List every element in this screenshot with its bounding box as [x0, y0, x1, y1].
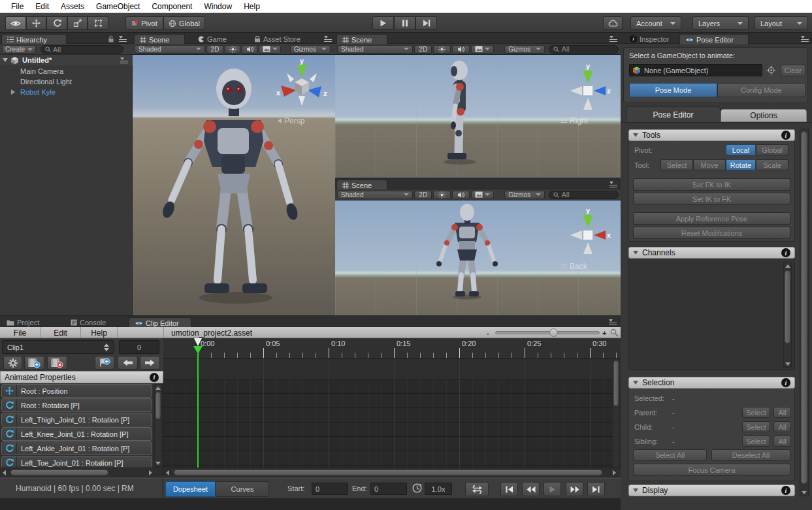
view-tool-button[interactable] [5, 16, 26, 30]
timeline-marker-strip[interactable] [163, 359, 621, 379]
timeline-ruler[interactable]: 0:00 0:05 0:10 0:15 0:20 0:25 0:30 [163, 338, 621, 359]
delete-clip-button[interactable] [47, 356, 67, 370]
view-label-back[interactable]: Back [560, 262, 587, 271]
rewind-button[interactable] [522, 482, 540, 496]
pivot-local-button[interactable]: Local [726, 144, 756, 155]
scroll-up-arrow[interactable] [784, 263, 791, 269]
tab-inspector[interactable]: i Inspector [625, 34, 678, 44]
account-dropdown[interactable]: Account [630, 16, 681, 30]
property-row[interactable]: Left_Knee_Joint_01 : Rotation [P] [1, 427, 152, 441]
rotate-tool-button[interactable] [46, 16, 67, 30]
pose-editor-scrollbar[interactable] [800, 129, 809, 496]
scene-root-row[interactable]: Untitled* [0, 55, 133, 65]
create-button[interactable]: Create [2, 45, 36, 54]
view-label-right[interactable]: Right [560, 116, 588, 125]
start-input[interactable] [316, 485, 344, 493]
add-clip-button[interactable] [24, 356, 44, 370]
focus-camera-button[interactable]: Focus Camera [633, 464, 790, 476]
lock-icon[interactable] [108, 35, 114, 42]
scene-viewport-persp[interactable]: y x z Persp [133, 55, 335, 315]
playhead-marker[interactable] [193, 346, 203, 354]
pause-button[interactable] [394, 16, 415, 30]
properties-hscrollbar[interactable] [0, 468, 163, 477]
property-row[interactable]: Left_Thigh_Joint_01 : Rotation [P] [1, 413, 152, 426]
tab-hierarchy[interactable]: Hierarchy [1, 34, 67, 44]
scroll-down-arrow[interactable] [800, 489, 808, 496]
frame-number-input[interactable] [123, 343, 155, 351]
gameobject-field[interactable]: None (GameObject) [629, 64, 762, 76]
clip-select-dropdown[interactable]: Clip1 [2, 340, 114, 354]
panel-menu-icon[interactable] [119, 36, 127, 42]
tab-pose-editor-sub[interactable]: Pose Editor [626, 106, 721, 122]
scene-menu-icon[interactable] [120, 57, 129, 63]
pivot-toggle-button[interactable]: Pivot [125, 16, 163, 30]
hierarchy-item-robot-kyle[interactable]: Robot Kyle [20, 88, 56, 96]
scrollbar-thumb[interactable] [155, 392, 161, 419]
start-field[interactable] [312, 483, 348, 495]
frame-number-field[interactable] [119, 340, 159, 354]
timeline-zoom-slider[interactable] [495, 331, 600, 334]
menu-assets[interactable]: Assets [55, 0, 90, 13]
reset-modifications-button[interactable]: Reset Modifcations [633, 227, 790, 239]
end-field[interactable] [370, 483, 407, 495]
tab-clip-editor[interactable]: Clip Editor [129, 317, 191, 328]
tab-options-sub[interactable]: Options [721, 109, 807, 122]
panel-menu-icon[interactable] [801, 36, 809, 42]
scrollbar-thumb[interactable] [10, 470, 108, 475]
go-to-end-button[interactable] [587, 482, 605, 496]
lighting-toggle[interactable] [433, 45, 451, 54]
property-row[interactable]: Root : Rotation [P] [1, 398, 152, 412]
foldout-open-icon[interactable] [3, 58, 8, 62]
magnifier-icon[interactable] [610, 328, 619, 337]
effects-dropdown[interactable] [471, 191, 494, 199]
cloud-button[interactable] [603, 16, 623, 30]
playhead-flag[interactable] [194, 338, 202, 346]
fast-forward-button[interactable] [566, 482, 583, 496]
child-select-button[interactable]: Select [742, 421, 770, 432]
hierarchy-search[interactable] [41, 45, 123, 54]
object-picker-icon[interactable] [766, 65, 776, 75]
play-animation-button[interactable] [544, 482, 561, 496]
panel-menu-icon[interactable] [609, 36, 618, 42]
tool-move-button[interactable]: Move [693, 159, 726, 170]
parent-select-button[interactable]: Select [742, 407, 770, 418]
child-all-button[interactable]: All [773, 421, 791, 432]
apply-reference-pose-button[interactable]: Apply Reference Pose [633, 212, 790, 225]
timeline-vscrollbar[interactable] [613, 359, 619, 467]
set-fk-to-ik-button[interactable]: Set FK to IK [633, 178, 790, 191]
zoom-out-minus[interactable]: - [487, 332, 489, 334]
scroll-right-arrow[interactable] [613, 470, 616, 475]
tab-scene[interactable]: Scene [336, 34, 387, 44]
gizmos-dropdown[interactable]: Gizmos [504, 45, 545, 54]
hierarchy-item-main-camera[interactable]: Main Camera [20, 67, 63, 75]
speed-field[interactable] [425, 483, 452, 495]
tab-project[interactable]: Project [1, 317, 48, 327]
shading-mode-dropdown[interactable]: Shaded [135, 45, 205, 54]
scale-tool-button[interactable] [67, 16, 88, 30]
scroll-right-arrow[interactable] [149, 470, 152, 475]
panel-menu-icon[interactable] [609, 182, 618, 187]
effects-dropdown[interactable] [259, 45, 281, 54]
play-button[interactable] [372, 16, 394, 30]
2d-toggle[interactable]: 2D [414, 45, 432, 54]
tab-scene[interactable]: Scene [134, 34, 185, 44]
selection-section-header[interactable]: Selection i [628, 377, 795, 389]
property-row[interactable]: Left_Ankle_Joint_01 : Rotation [P] [1, 441, 152, 455]
scrollbar-thumb[interactable] [785, 270, 790, 343]
hierarchy-search-input[interactable] [53, 46, 119, 54]
hierarchy-item-directional-light[interactable]: Directional Light [20, 78, 72, 86]
menu-help[interactable]: Help [238, 0, 266, 13]
tab-pose-editor[interactable]: Pose Editor [679, 34, 749, 44]
config-mode-button[interactable]: Config Mode [717, 83, 805, 97]
scrollbar-thumb[interactable] [801, 131, 807, 484]
properties-scrollbar[interactable] [154, 384, 162, 467]
menu-window[interactable]: Window [198, 0, 238, 13]
tool-scale-button[interactable]: Scale [756, 159, 788, 170]
tool-rotate-button[interactable]: Rotate [726, 159, 756, 170]
sibling-select-button[interactable]: Select [742, 436, 770, 447]
parent-all-button[interactable]: All [773, 407, 791, 418]
set-ik-to-fk-button[interactable]: Set IK to FK [633, 193, 790, 205]
menu-file[interactable]: File [5, 0, 29, 13]
menu-component[interactable]: Component [146, 0, 198, 13]
global-toggle-button[interactable]: Global [163, 16, 205, 30]
